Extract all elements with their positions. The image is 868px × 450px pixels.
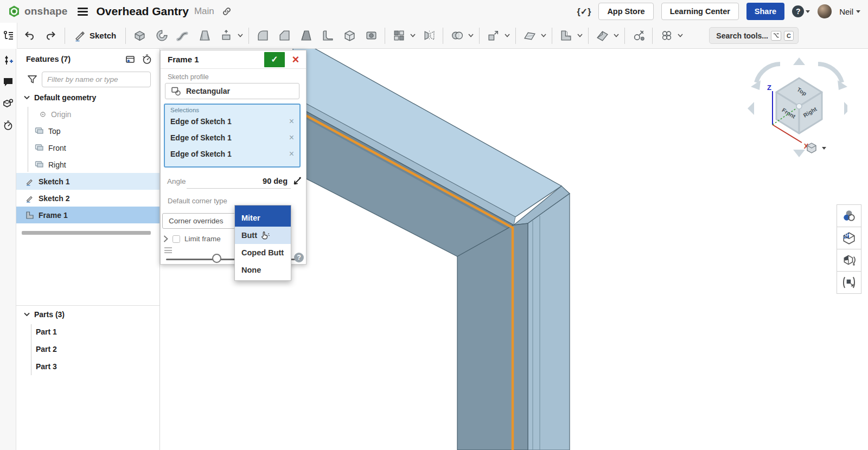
shell-tool-button[interactable] [340,25,359,47]
view-cube[interactable]: Top Front Right Z X [733,52,847,166]
appearance-tool-button[interactable] [656,25,676,47]
tree-item-top-plane[interactable]: Top [16,123,159,139]
angle-value[interactable]: 90 deg [263,177,288,185]
stopwatch-icon [3,120,14,131]
surface-tool-button[interactable] [520,25,539,47]
tree-item-front-plane[interactable]: Front [16,139,159,156]
extrude-tool-button[interactable] [130,25,149,47]
remove-selection-icon[interactable]: × [289,117,294,126]
flip-direction-icon[interactable] [292,176,303,187]
limit-frame-row[interactable]: Limit frame [163,235,221,243]
draft-tool-button[interactable] [296,25,316,47]
rollback-clock-icon[interactable] [141,54,152,65]
tree-item-right-plane[interactable]: Right [16,156,159,173]
post-right-face[interactable] [528,194,570,450]
feature-list-tab[interactable] [0,23,17,49]
dropdown-option-butt[interactable]: Butt [235,227,291,244]
rib-tool-button[interactable] [318,25,337,47]
dropdown-option-none[interactable]: None [235,261,291,279]
appearance-panel-button[interactable] [837,204,861,227]
history-panel-button[interactable] [2,118,15,132]
selection-item[interactable]: Edge of Sketch 1 × [167,130,297,146]
parts-item-part2[interactable]: Part 2 [16,340,159,358]
shaded-view-button[interactable] [837,227,861,249]
frame-tool-button[interactable] [556,25,576,47]
chevron-down-icon[interactable] [236,34,245,37]
chevron-down-icon[interactable] [612,34,621,37]
mirror-tool-button[interactable] [419,25,439,47]
corner-overrides-button[interactable]: Corner overrides [162,213,236,229]
sweep-tool-button[interactable] [173,25,193,47]
confirm-button[interactable]: ✓ [264,52,285,67]
parts-item-part1[interactable]: Part 1 [16,323,159,340]
parts-item-part3[interactable]: Part 3 [16,358,159,375]
user-avatar[interactable] [818,4,832,18]
loft-tool-button[interactable] [195,25,214,47]
selection-item[interactable]: Edge of Sketch 1 × [167,113,297,130]
insert-folder-icon[interactable] [125,54,136,65]
share-button[interactable]: Share [746,3,784,20]
chevron-down-icon[interactable] [676,34,685,37]
rollback-bar[interactable] [22,231,151,235]
post-front-face[interactable] [457,223,528,450]
chevron-down-icon[interactable] [467,34,475,37]
sketch-button[interactable]: Sketch [69,25,122,47]
tree-item-sketch1[interactable]: Sketch 1 [16,173,159,190]
transform-tool-button[interactable] [483,25,503,47]
selections-box[interactable]: Selections Edge of Sketch 1 × Edge of Sk… [164,104,301,168]
fillet-tool-button[interactable] [253,25,272,47]
tree-item-sketch2[interactable]: Sketch 2 [16,190,159,207]
help-menu[interactable]: ? [792,5,810,17]
limit-frame-checkbox[interactable] [173,235,180,243]
comments-panel-button[interactable] [2,75,15,89]
measure-tool-button[interactable] [629,25,648,47]
thicken-tool-button[interactable] [216,25,236,47]
profile-select[interactable]: Rectangular [165,83,299,99]
opacity-slider-handle[interactable] [212,254,221,263]
sketch-icon [25,177,34,186]
workspace-label[interactable]: Main [194,6,214,17]
tree-group-default-geometry[interactable]: Default geometry [16,89,159,106]
selections-label: Selections [167,107,297,113]
chamfer-tool-button[interactable] [275,25,294,47]
remove-selection-icon[interactable]: × [289,149,294,159]
filter-input[interactable] [42,72,151,87]
selection-item[interactable]: Edge of Sketch 1 × [167,146,297,162]
main-menu-button[interactable] [78,8,88,16]
tree-item-frame1[interactable]: Frame 1 [16,207,159,223]
dropdown-option-coped-butt[interactable]: Coped Butt [235,244,291,261]
corner-type-dropdown: Miter Butt Coped Butt None [234,205,291,281]
tree-item-origin[interactable]: Origin [16,106,159,123]
pattern-icon [392,29,406,42]
hole-tool-button[interactable] [361,25,381,47]
sheet-metal-tool-button[interactable] [592,25,612,47]
chevron-down-icon[interactable] [539,34,548,37]
view-options-button[interactable] [806,142,826,154]
onshape-logo[interactable]: onshape [8,5,68,18]
configurations-panel-button[interactable] [2,53,15,67]
search-tools[interactable]: Search tools... C [709,27,799,44]
filter-icon[interactable] [27,75,37,84]
dropdown-option-miter[interactable]: Miter [235,209,291,227]
dialog-help-button[interactable]: ? [294,253,304,262]
redo-button[interactable] [41,25,61,47]
learning-center-button[interactable]: Learning Center [661,3,739,20]
pattern-tool-button[interactable] [389,25,409,47]
app-store-button[interactable]: App Store [598,3,653,20]
user-menu[interactable]: Neil [839,7,860,16]
undo-button[interactable] [20,25,39,47]
chevron-down-icon[interactable] [503,34,512,37]
remove-selection-icon[interactable]: × [289,133,294,143]
chevron-down-icon[interactable] [409,34,417,37]
cancel-button[interactable]: × [288,52,303,67]
section-view-button[interactable] [837,249,861,272]
expand-chevron-icon[interactable] [163,235,168,242]
exploded-view-button[interactable] [837,271,861,294]
chevron-down-icon[interactable] [576,34,584,37]
labels-panel-button[interactable] [2,97,15,111]
parts-group-header[interactable]: Parts (3) [16,306,159,323]
versions-icon[interactable]: {✓} [577,7,591,17]
share-link-icon[interactable] [222,7,232,16]
revolve-tool-button[interactable] [151,25,171,47]
boolean-tool-button[interactable] [447,25,467,47]
